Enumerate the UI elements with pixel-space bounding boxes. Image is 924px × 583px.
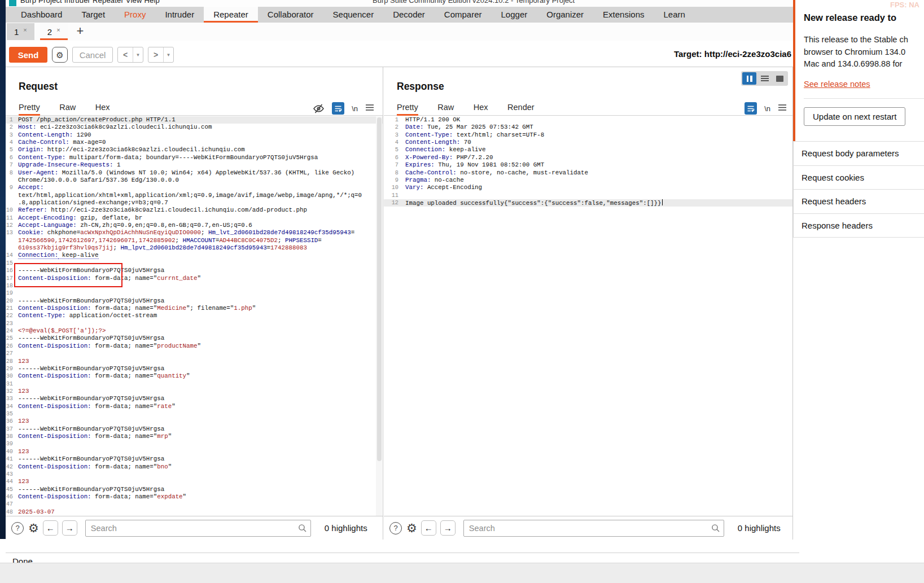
newline-icon[interactable]: \n xyxy=(352,104,358,113)
repeater-toolbar: Send ⚙ Cancel < ▼ > ▼ Target: http://eci… xyxy=(6,42,794,67)
request-tab-pretty[interactable]: Pretty xyxy=(19,101,40,116)
visibility-off-icon[interactable] xyxy=(313,103,325,114)
request-scrollbar[interactable] xyxy=(376,116,382,516)
magnifier-icon xyxy=(711,524,720,535)
cancel-button[interactable]: Cancel xyxy=(72,47,113,63)
tab-logger[interactable]: Logger xyxy=(492,7,537,23)
rows-layout-icon[interactable] xyxy=(757,72,772,85)
line-content: Content-Disposition: form-data; name="pr… xyxy=(15,343,201,350)
request-tab-hex[interactable]: Hex xyxy=(95,101,110,114)
line-content: Content-Type: text/html; charset=UTF-8 xyxy=(401,131,544,139)
tab-comparer[interactable]: Comparer xyxy=(435,7,492,23)
tab-sequencer[interactable]: Sequencer xyxy=(323,7,384,23)
line-content: User-Agent: Mozilla/5.0 (Windows NT 10.0… xyxy=(15,169,354,177)
columns-layout-icon[interactable] xyxy=(742,72,756,85)
response-tab-raw[interactable]: Raw xyxy=(437,101,454,114)
tab-dashboard[interactable]: Dashboard xyxy=(11,7,72,23)
close-tab-icon[interactable]: × xyxy=(23,27,27,33)
response-tab-pretty[interactable]: Pretty xyxy=(397,101,418,116)
line-number: 8 xyxy=(384,169,401,177)
search-settings-gear-icon[interactable]: ⚙ xyxy=(28,521,39,535)
line-content: 123 xyxy=(15,448,29,455)
search-next-icon[interactable]: → xyxy=(440,520,456,536)
divider xyxy=(804,98,924,99)
line-number: 4 xyxy=(6,139,15,146)
response-search-input[interactable] xyxy=(463,520,724,537)
line-content: Content-Disposition: form-data; name="ex… xyxy=(15,493,186,501)
line-content: Content-Disposition: form-data; name="bn… xyxy=(15,463,172,471)
line-number: 14 xyxy=(6,252,15,259)
help-icon[interactable]: ? xyxy=(11,522,24,534)
line-content: HTTP/1.1 200 OK xyxy=(401,116,460,124)
scrollbar-thumb[interactable] xyxy=(377,117,382,461)
code-line: 32123 xyxy=(6,388,383,395)
code-line: 1HTTP/1.1 200 OK xyxy=(384,116,792,124)
tab-intruder[interactable]: Intruder xyxy=(155,7,204,23)
forward-history-button[interactable]: > ▼ xyxy=(148,47,174,63)
back-dropdown-icon[interactable]: ▼ xyxy=(133,47,143,62)
request-editor[interactable]: 1POST /php_action/createProduct.php HTTP… xyxy=(6,116,383,516)
forward-dropdown-icon[interactable]: ▼ xyxy=(163,47,173,62)
release-body-line: browser to Chromium 134.0 xyxy=(804,46,924,59)
send-button[interactable]: Send xyxy=(9,47,47,63)
line-content: Expires: Thu, 19 Nov 1981 08:52:00 GMT xyxy=(401,161,544,169)
layout-toggle-group xyxy=(741,71,788,86)
back-history-button[interactable]: < ▼ xyxy=(117,47,143,63)
update-on-restart-button[interactable]: Update on next restart xyxy=(804,107,905,126)
tab-collaborator[interactable]: Collaborator xyxy=(258,7,323,23)
repeater-tab-1[interactable]: 1× xyxy=(7,23,34,40)
repeater-tab-label: 2 xyxy=(47,27,52,37)
newline-icon[interactable]: \n xyxy=(764,104,770,113)
line-content: ------WebKitFormBoundaryoP7QTS0juV5Hrgsa xyxy=(15,486,164,493)
tab-extensions[interactable]: Extensions xyxy=(593,7,654,23)
code-line: 21Content-Disposition: form-data; name="… xyxy=(6,305,383,312)
soft-wrap-icon[interactable] xyxy=(332,102,344,115)
tab-repeater[interactable]: Repeater xyxy=(204,7,258,23)
response-tab-render[interactable]: Render xyxy=(507,101,535,114)
line-content: Content-Length: 1290 xyxy=(15,131,91,139)
line-content: .8,application/signed-exchange;v=b3;q=0.… xyxy=(15,199,168,207)
code-line: 11Accept-Encoding: gzip, deflate, br xyxy=(6,214,383,222)
repeater-tab-2[interactable]: 2× xyxy=(40,23,68,40)
line-content: Cache-Control: max-age=0 xyxy=(15,139,106,146)
inspector-section-request-cookies[interactable]: Request cookies xyxy=(794,166,924,190)
editor-menu-icon[interactable] xyxy=(365,103,374,113)
response-tab-hex[interactable]: Hex xyxy=(474,101,488,114)
code-line: 18 xyxy=(6,282,383,290)
code-line: 17Content-Disposition: form-data; name="… xyxy=(6,275,383,282)
inspector-section-request-headers[interactable]: Request headers xyxy=(794,190,924,214)
search-prev-icon[interactable]: ← xyxy=(43,520,58,536)
main-column: DashboardTargetProxyIntruderRepeaterColl… xyxy=(6,7,794,556)
help-icon[interactable]: ? xyxy=(389,522,402,534)
single-layout-icon[interactable] xyxy=(773,72,787,85)
new-tab-button[interactable]: + xyxy=(77,23,84,40)
search-settings-gear-icon[interactable]: ⚙ xyxy=(406,521,417,535)
soft-wrap-icon[interactable] xyxy=(745,102,757,115)
line-content: 2025-03-07 xyxy=(15,509,55,516)
inspector-section-request-body-parameters[interactable]: Request body parameters xyxy=(794,142,924,166)
inspector-sidebar: FPS: NA New release ready to This releas… xyxy=(793,0,924,563)
line-number xyxy=(6,177,15,184)
release-notes-link[interactable]: See release notes xyxy=(804,80,870,89)
response-editor[interactable]: 1HTTP/1.1 200 OK2Date: Tue, 25 Mar 2025 … xyxy=(384,116,792,516)
line-number: 6 xyxy=(384,154,401,161)
tab-proxy[interactable]: Proxy xyxy=(115,7,155,23)
tab-organizer[interactable]: Organizer xyxy=(537,7,593,23)
editor-menu-icon[interactable] xyxy=(778,103,787,113)
code-line: 12Accept-Language: zh-CN,zh;q=0.9,en;q=0… xyxy=(6,222,383,229)
tab-decoder[interactable]: Decoder xyxy=(383,7,435,23)
line-content: ------WebKitFormBoundaryoP7QTS0juV5Hrgsa xyxy=(15,455,164,463)
inspector-section-response-headers[interactable]: Response headers xyxy=(794,214,924,238)
tab-learn[interactable]: Learn xyxy=(654,7,694,23)
tab-target[interactable]: Target xyxy=(72,7,115,23)
request-search-input[interactable] xyxy=(85,520,311,537)
send-settings-gear-icon[interactable]: ⚙ xyxy=(52,47,68,63)
request-tab-raw[interactable]: Raw xyxy=(59,101,76,114)
close-tab-icon[interactable]: × xyxy=(56,27,60,33)
response-panel: Response Pretty Raw Hex Render \n 1H xyxy=(384,67,793,540)
line-content: Content-Disposition: form-data; name="mr… xyxy=(15,433,172,440)
search-prev-icon[interactable]: ← xyxy=(421,520,436,536)
release-body-line: Mac and 134.0.6998.88 for xyxy=(804,58,924,71)
release-title: New release ready to xyxy=(804,12,924,23)
search-next-icon[interactable]: → xyxy=(62,520,77,536)
